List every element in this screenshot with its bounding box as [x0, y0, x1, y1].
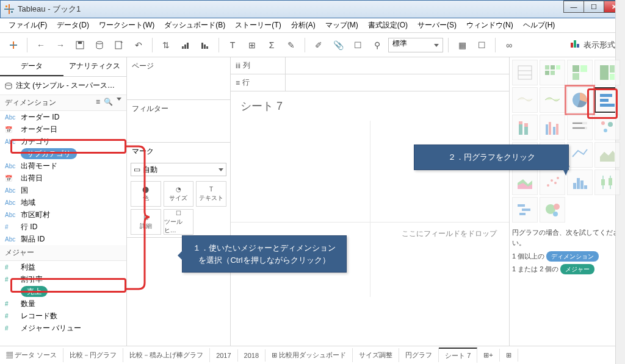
showme-pie[interactable] [567, 87, 593, 113]
menu-story[interactable]: ストーリー(T) [230, 20, 286, 30]
forward-button[interactable]: → [52, 37, 69, 54]
showme-highlight-table[interactable] [567, 60, 593, 85]
field-row-id[interactable]: #行 ID [0, 221, 126, 233]
showme-bubble[interactable] [540, 197, 565, 223]
showme-map1[interactable] [512, 87, 538, 113]
new-dashboard-button[interactable]: ⊞ [500, 349, 518, 362]
showme-side-bar[interactable] [540, 115, 565, 140]
menu-file[interactable]: ファイル(F) [4, 20, 52, 30]
pages-shelf[interactable]: ページ [127, 57, 230, 100]
showme-area[interactable] [594, 142, 620, 168]
totals-button[interactable]: Σ [263, 37, 280, 54]
pen-icon[interactable]: ✐ [310, 37, 327, 54]
tab-2017[interactable]: 2017 [210, 349, 237, 362]
tab-pie[interactable]: 円グラフ [399, 348, 439, 362]
showme-toggle[interactable]: 表示形式 [571, 40, 620, 51]
showme-histogram[interactable] [567, 170, 593, 195]
showme-circle-view[interactable] [594, 115, 620, 140]
menu-data[interactable]: データ(D) [52, 20, 94, 30]
swap-button[interactable]: ⇅ [157, 37, 175, 54]
field-profit[interactable]: #利益 [0, 261, 126, 273]
search-icon[interactable]: 🔍 [104, 98, 113, 108]
datasource-row[interactable]: 注文 (サンプル - スーパース… [0, 77, 126, 95]
showme-bullet[interactable] [567, 115, 593, 140]
tab-datasource[interactable]: ▦ データ ソース [0, 348, 63, 362]
fit-select[interactable]: 標準 [388, 38, 443, 52]
new-sheet-button[interactable]: ⊞+ [477, 349, 499, 362]
mark-detail-button[interactable]: ⊞詳細 [131, 209, 161, 235]
mark-color-button[interactable]: ⬤色 [131, 181, 161, 207]
measures-list: #利益 #割引率 #売上 #数量 #レコード数 #メジャー バリュー [0, 261, 126, 346]
showme-table[interactable] [512, 60, 538, 85]
field-category[interactable]: Abcカテゴリ [0, 135, 126, 148]
field-measure-values[interactable]: #メジャー バリュー [0, 322, 126, 334]
clear-button[interactable]: ↶ [130, 37, 147, 54]
list-view-icon[interactable]: ≡ [96, 98, 100, 108]
showme-area2[interactable] [512, 170, 538, 195]
svg-rect-1 [4, 9, 14, 10]
minimize-button[interactable]: ― [563, 1, 584, 13]
showme-map2[interactable] [540, 87, 565, 113]
sheet-title[interactable]: シート 7 [231, 91, 509, 121]
field-ship-mode[interactable]: Abc出荷モード [0, 160, 126, 172]
showme-scatter[interactable] [540, 170, 565, 195]
field-ship-date[interactable]: 📅出荷日 [0, 172, 126, 184]
tableau-icon[interactable] [5, 37, 22, 54]
menu-help[interactable]: ヘルプ(H) [518, 20, 560, 30]
menu-worksheet[interactable]: ワークシート(W) [94, 20, 159, 30]
group-button[interactable]: ⊞ [244, 37, 261, 54]
mark-text-button[interactable]: Tテキスト [196, 181, 226, 207]
field-sales[interactable]: #売上 [0, 285, 126, 298]
field-order-id[interactable]: Abcオーダー ID [0, 111, 126, 123]
field-city[interactable]: Abc市区町村 [0, 209, 126, 221]
sort-asc-button[interactable] [177, 37, 194, 54]
menu-analysis[interactable]: 分析(A) [286, 20, 320, 30]
tab-sheet7[interactable]: シート 7 [439, 348, 477, 363]
maximize-button[interactable]: ☐ [583, 1, 604, 13]
menu-format[interactable]: 書式設定(O) [363, 20, 413, 30]
showme-boxplot[interactable] [594, 170, 620, 195]
sort-desc-button[interactable] [197, 37, 214, 54]
showme-heatmap[interactable] [540, 60, 565, 85]
field-quantity[interactable]: #数量 [0, 298, 126, 310]
menu-dashboard[interactable]: ダッシュボード(B) [159, 20, 230, 30]
tab-size-adjust[interactable]: サイズ調整 [353, 348, 399, 362]
columns-shelf[interactable]: iii列 [231, 57, 509, 74]
save-button[interactable] [71, 37, 89, 54]
field-country[interactable]: Abc国 [0, 184, 126, 196]
new-worksheet-button[interactable]: + [110, 37, 128, 54]
field-record-count[interactable]: #レコード数 [0, 310, 126, 322]
highlight-button[interactable]: ✎ [283, 37, 300, 54]
mark-size-button[interactable]: ◔サイズ [164, 181, 194, 207]
mark-type-select[interactable]: ▭自動 [131, 163, 226, 176]
device-button[interactable]: ☐ [473, 37, 490, 54]
back-button[interactable]: ← [32, 37, 49, 54]
tab-compare-dashboard[interactable]: ⊞ 比較用ダッシュボード [266, 348, 353, 362]
share-button[interactable]: ∞ [500, 37, 518, 54]
tab-analytics[interactable]: アナリティクス [63, 57, 127, 76]
tab-2018[interactable]: 2018 [238, 349, 266, 362]
menu-map[interactable]: マップ(M) [320, 20, 363, 30]
new-datasource-button[interactable] [91, 37, 108, 54]
rows-shelf[interactable]: ≡行 [231, 74, 509, 91]
menu-server[interactable]: サーバー(S) [413, 20, 461, 30]
tab-data[interactable]: データ [0, 57, 63, 76]
showme-gantt[interactable] [512, 197, 538, 223]
labels-button[interactable]: T [224, 37, 241, 54]
mark-tooltip-button[interactable]: ☐ツールヒ… [164, 209, 194, 235]
worksheet-icon[interactable]: ☐ [349, 37, 366, 54]
field-discount[interactable]: #割引率 [0, 273, 126, 285]
field-subcategory[interactable]: Abcサブカテゴリ [0, 148, 126, 160]
attach-icon[interactable]: 📎 [330, 37, 347, 54]
field-product-id[interactable]: Abc製品 ID [0, 233, 126, 245]
presentation-button[interactable]: ▦ [453, 37, 471, 54]
showme-treemap[interactable] [594, 60, 620, 85]
menu-window[interactable]: ウィンドウ(N) [461, 20, 518, 30]
showme-stacked-bar[interactable] [512, 115, 538, 140]
field-order-date[interactable]: 📅オーダー日 [0, 123, 126, 135]
pin-icon[interactable]: ⚲ [369, 37, 386, 54]
filters-shelf[interactable]: フィルター [127, 100, 230, 143]
field-region[interactable]: Abc地域 [0, 196, 126, 209]
tab-compare-pie[interactable]: 比較－円グラフ [63, 348, 123, 362]
tab-compare-stackbar[interactable]: 比較－積み上げ棒グラフ [123, 348, 210, 362]
